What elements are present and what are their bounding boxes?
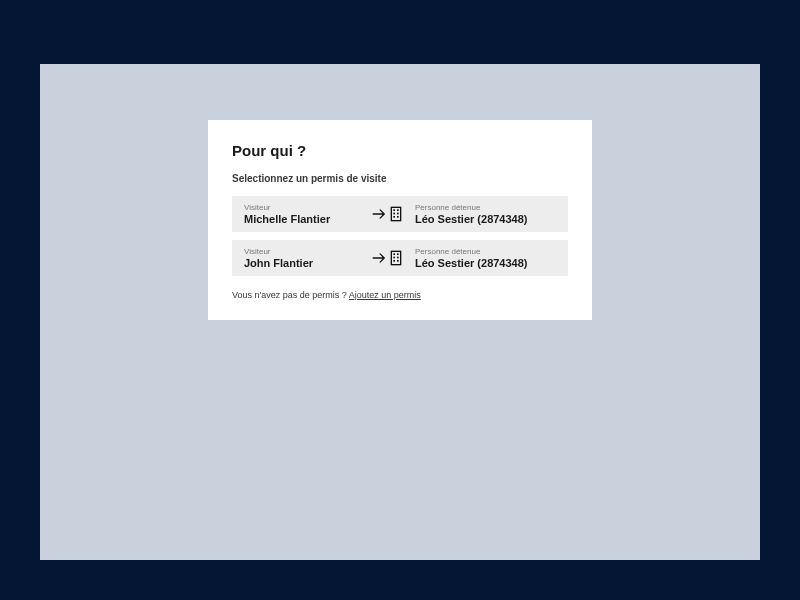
svg-rect-0 bbox=[391, 207, 400, 220]
form-card: Pour qui ? Selectionnez un permis de vis… bbox=[208, 120, 592, 320]
svg-rect-2 bbox=[397, 209, 399, 211]
svg-rect-13 bbox=[397, 260, 399, 262]
svg-rect-9 bbox=[397, 253, 399, 255]
visitor-label: Visiteur bbox=[244, 203, 372, 212]
visitor-name: John Flantier bbox=[244, 257, 372, 269]
svg-rect-8 bbox=[393, 253, 395, 255]
svg-rect-4 bbox=[397, 213, 399, 215]
detainee-block: Personne détenue Léo Sestier (2874348) bbox=[415, 203, 556, 225]
detainee-name: Léo Sestier (2874348) bbox=[415, 213, 556, 225]
card-subtitle: Selectionnez un permis de visite bbox=[232, 173, 568, 184]
visitor-name: Michelle Flantier bbox=[244, 213, 372, 225]
detainee-label: Personne détenue bbox=[415, 203, 556, 212]
building-icon bbox=[389, 250, 403, 266]
svg-rect-6 bbox=[397, 216, 399, 218]
arrow-right-icon bbox=[372, 252, 386, 264]
arrow-building-icon-group bbox=[372, 250, 403, 266]
detainee-name: Léo Sestier (2874348) bbox=[415, 257, 556, 269]
svg-rect-12 bbox=[393, 260, 395, 262]
svg-rect-11 bbox=[397, 257, 399, 259]
permit-option[interactable]: Visiteur John Flantier bbox=[232, 240, 568, 276]
visitor-label: Visiteur bbox=[244, 247, 372, 256]
svg-rect-1 bbox=[393, 209, 395, 211]
visitor-block: Visiteur Michelle Flantier bbox=[244, 203, 372, 225]
svg-rect-10 bbox=[393, 257, 395, 259]
footer-prefix: Vous n'avez pas de permis ? bbox=[232, 290, 349, 300]
arrow-right-icon bbox=[372, 208, 386, 220]
detainee-block: Personne détenue Léo Sestier (2874348) bbox=[415, 247, 556, 269]
visitor-block: Visiteur John Flantier bbox=[244, 247, 372, 269]
svg-rect-3 bbox=[393, 213, 395, 215]
add-permit-link[interactable]: Ajoutez un permis bbox=[349, 290, 421, 300]
permit-list: Visiteur Michelle Flantier bbox=[232, 196, 568, 276]
card-title: Pour qui ? bbox=[232, 142, 568, 159]
detainee-label: Personne détenue bbox=[415, 247, 556, 256]
svg-rect-5 bbox=[393, 216, 395, 218]
footer-text: Vous n'avez pas de permis ? Ajoutez un p… bbox=[232, 290, 568, 300]
permit-option[interactable]: Visiteur Michelle Flantier bbox=[232, 196, 568, 232]
arrow-building-icon-group bbox=[372, 206, 403, 222]
svg-rect-7 bbox=[391, 251, 400, 264]
page-wrapper: Pour qui ? Selectionnez un permis de vis… bbox=[40, 64, 760, 560]
building-icon bbox=[389, 206, 403, 222]
